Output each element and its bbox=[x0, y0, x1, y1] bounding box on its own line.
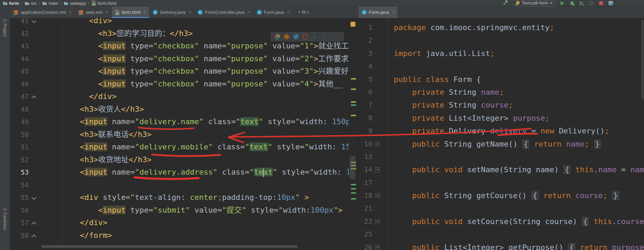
close-icon[interactable]: × bbox=[247, 10, 250, 15]
close-icon[interactable]: × bbox=[392, 10, 395, 15]
code-line-10[interactable]: 10+ public String getName() { return nam… bbox=[359, 138, 644, 150]
code-line-57[interactable]: 57 </div> bbox=[10, 216, 349, 229]
code-text: </form> bbox=[66, 229, 112, 242]
code-line-50[interactable]: 50 <h3>联系电话</h3> bbox=[10, 128, 349, 141]
code-line-21[interactable]: 21 bbox=[359, 202, 644, 215]
code-line-44[interactable]: 44 <input type="checkbox" name="purpose"… bbox=[10, 53, 349, 65]
tab-applicationContext.xml[interactable]: </>applicationContext.xml× bbox=[10, 7, 75, 18]
tab-form.html[interactable]: Hform.html× bbox=[112, 7, 150, 18]
tab-Delivery.java[interactable]: CDelivery.java× bbox=[149, 7, 194, 18]
code-line-45[interactable]: 45 <input type="checkbox" name="purpose"… bbox=[10, 65, 349, 78]
svg-text:H: H bbox=[117, 12, 118, 15]
code-line-55[interactable]: 55 <div style="text-align: center;paddin… bbox=[10, 191, 349, 204]
breadcrumb-item-form.html[interactable]: Hform.html bbox=[91, 0, 116, 6]
code-line-49[interactable]: 49 <input name="delivery.name" class="te… bbox=[10, 115, 349, 128]
code-line-56[interactable]: 56 <input type="submit" value="提交" style… bbox=[10, 204, 349, 217]
code-line-54[interactable]: 54 bbox=[10, 179, 349, 192]
breadcrumb-item-main[interactable]: main bbox=[42, 1, 58, 6]
code-line-43[interactable]: 43 <input type="checkbox" name="purpose"… bbox=[10, 40, 349, 53]
line-number: 5 bbox=[359, 73, 372, 86]
pane-splitter[interactable] bbox=[358, 7, 359, 250]
close-icon[interactable]: × bbox=[287, 10, 290, 15]
fold-marker[interactable]: + bbox=[372, 163, 383, 176]
fold-marker[interactable] bbox=[29, 216, 43, 229]
run-icon[interactable] bbox=[559, 0, 565, 6]
code-line-51[interactable]: 51 <input name="delivery.mobile" class="… bbox=[10, 141, 349, 154]
code-line-18[interactable]: 18+ public String getCourse() { return c… bbox=[359, 189, 644, 202]
code-line-1[interactable]: 1package com.imooc.springmvc.entity; bbox=[359, 21, 644, 34]
build-hammer-icon[interactable] bbox=[503, 0, 509, 6]
code-line-26[interactable]: 26+ public List<Integer> getPurpose() { … bbox=[359, 241, 644, 250]
code-line-3[interactable]: 3import java.util.List; bbox=[359, 47, 644, 60]
tool-window-button-project[interactable]: 1: Project bbox=[2, 19, 7, 37]
code-text: private List<Integer> purpose; bbox=[394, 112, 550, 124]
tab-Form.java[interactable]: CForm.java× bbox=[359, 7, 398, 18]
close-icon[interactable]: × bbox=[106, 10, 108, 15]
run-with-coverage-icon[interactable] bbox=[579, 0, 584, 6]
error-stripe-mark bbox=[351, 104, 356, 106]
close-icon[interactable]: × bbox=[144, 10, 146, 15]
code-line-41[interactable]: 41 <div> bbox=[10, 18, 349, 27]
folder-web-icon bbox=[64, 1, 69, 5]
layout-icon[interactable] bbox=[608, 0, 614, 6]
code-line-6[interactable]: 6 private String name; bbox=[359, 86, 644, 99]
line-number: 57 bbox=[10, 216, 29, 229]
breadcrumb-item-webapp[interactable]: webapp bbox=[64, 1, 86, 6]
edge-browser-icon[interactable]: e bbox=[321, 34, 327, 40]
close-icon[interactable]: × bbox=[189, 10, 191, 15]
chrome-browser-icon[interactable] bbox=[274, 34, 280, 40]
code-line-22[interactable]: 22+ public void setCourse(String course)… bbox=[359, 215, 644, 228]
code-line-48[interactable]: 48 <h3>收货人</h3> bbox=[10, 103, 349, 116]
tab-Form.java[interactable]: CForm.java× bbox=[254, 7, 293, 18]
fold-marker[interactable]: + bbox=[372, 189, 383, 202]
code-line-7[interactable]: 7 private String course; bbox=[359, 99, 644, 111]
tool-window-button-favorites[interactable]: 2: Favorites bbox=[2, 208, 7, 230]
code-line-17[interactable]: 17 bbox=[359, 176, 644, 189]
line-number: 26 bbox=[359, 241, 372, 250]
ie-browser-icon[interactable]: e bbox=[311, 34, 318, 40]
breadcrumb-item-form[interactable]: form bbox=[3, 1, 19, 6]
opera-browser-icon[interactable] bbox=[302, 34, 308, 40]
editor-left-form-html[interactable]: 41 <div>42 <h3>您的学习目的：</h3>43 <input typ… bbox=[10, 18, 349, 250]
fold-marker[interactable]: + bbox=[372, 138, 383, 150]
code-line-53[interactable]: 53 <input name="delivery.address" class=… bbox=[10, 166, 349, 179]
vertical-scrollbar-thumb[interactable] bbox=[350, 156, 355, 179]
code-line-5[interactable]: 5public class Form { bbox=[359, 73, 644, 86]
fold-marker[interactable] bbox=[29, 229, 43, 242]
code-text: </div> bbox=[66, 90, 117, 103]
code-line-2[interactable]: 2 bbox=[359, 34, 644, 47]
code-line-52[interactable]: 52 <h3>收货地址</h3> bbox=[10, 154, 349, 166]
safari-browser-icon[interactable] bbox=[293, 34, 299, 40]
code-line-4[interactable]: 4 bbox=[359, 60, 644, 73]
firefox-browser-icon[interactable] bbox=[283, 34, 290, 40]
code-line-14[interactable]: 14+ public void setName(String name) { t… bbox=[359, 163, 644, 176]
error-stripe-mark bbox=[351, 78, 356, 80]
right-editor-scrollbar-thumb[interactable] bbox=[641, 19, 644, 99]
code-line-8[interactable]: 8 private List<Integer> purpose; bbox=[359, 112, 644, 124]
code-line-9[interactable]: 9 private Delivery delivery = new Delive… bbox=[359, 124, 644, 137]
fold-marker[interactable]: + bbox=[372, 241, 383, 250]
fold-marker[interactable] bbox=[29, 191, 43, 204]
debug-icon[interactable] bbox=[569, 0, 575, 6]
error-stripe-mark bbox=[351, 101, 356, 103]
tab-FormController.java[interactable]: CFormController.java× bbox=[194, 7, 253, 18]
inspection-status-square[interactable] bbox=[351, 22, 355, 27]
code-line-25[interactable]: 25 bbox=[359, 228, 644, 241]
editor-right-form-java[interactable]: 1package com.imooc.springmvc.entity;23im… bbox=[359, 18, 644, 250]
close-icon[interactable]: × bbox=[69, 10, 72, 15]
horizontal-scrollbar-thumb[interactable] bbox=[42, 245, 298, 248]
error-stripe[interactable] bbox=[349, 18, 359, 250]
run-configuration-select[interactable]: Tomcat8-form bbox=[513, 0, 555, 7]
line-number: 9 bbox=[359, 124, 372, 137]
fold-marker[interactable] bbox=[29, 18, 43, 27]
code-line-58[interactable]: 58 </form> bbox=[10, 229, 349, 242]
tab-web.xml[interactable]: </>web.xml× bbox=[75, 7, 111, 18]
code-line-13[interactable]: 13 bbox=[359, 150, 644, 163]
fold-marker[interactable] bbox=[29, 90, 43, 103]
code-line-46[interactable]: 46 <input type="checkbox" name="purpose"… bbox=[10, 78, 349, 91]
hidden-tabs-dropdown[interactable]: 1 bbox=[298, 7, 309, 18]
fold-marker[interactable]: + bbox=[372, 215, 383, 228]
stop-icon[interactable] bbox=[598, 0, 604, 6]
code-line-47[interactable]: 47 </div> bbox=[10, 90, 349, 103]
breadcrumb-item-src[interactable]: src bbox=[25, 1, 37, 6]
